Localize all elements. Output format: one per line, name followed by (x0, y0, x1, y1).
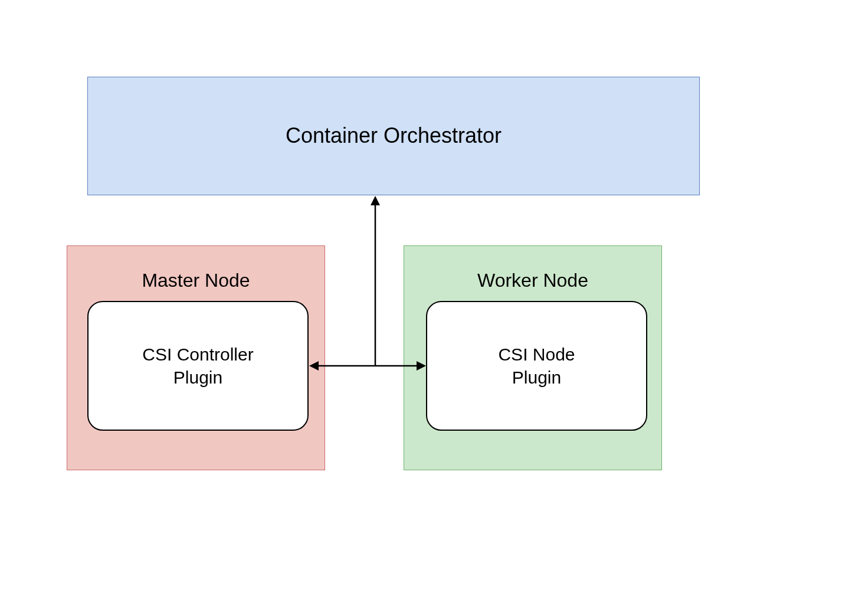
worker-node-title: Worker Node (404, 268, 661, 293)
csi-controller-plugin-box: CSI Controller Plugin (87, 301, 309, 431)
svg-marker-1 (371, 196, 380, 205)
csi-node-plugin-line1: CSI Node (498, 345, 575, 364)
architecture-diagram: Container Orchestrator Master Node Worke… (0, 0, 852, 616)
csi-node-plugin-box: CSI Node Plugin (426, 301, 647, 431)
container-orchestrator-box: Container Orchestrator (87, 77, 700, 195)
master-node-title: Master Node (67, 268, 325, 293)
csi-controller-plugin-line1: CSI Controller (142, 345, 253, 364)
csi-node-plugin-label: CSI Node Plugin (498, 343, 575, 389)
container-orchestrator-label: Container Orchestrator (286, 122, 502, 150)
csi-controller-plugin-label: CSI Controller Plugin (142, 343, 253, 389)
csi-node-plugin-line2: Plugin (512, 368, 561, 387)
csi-controller-plugin-line2: Plugin (173, 368, 222, 387)
